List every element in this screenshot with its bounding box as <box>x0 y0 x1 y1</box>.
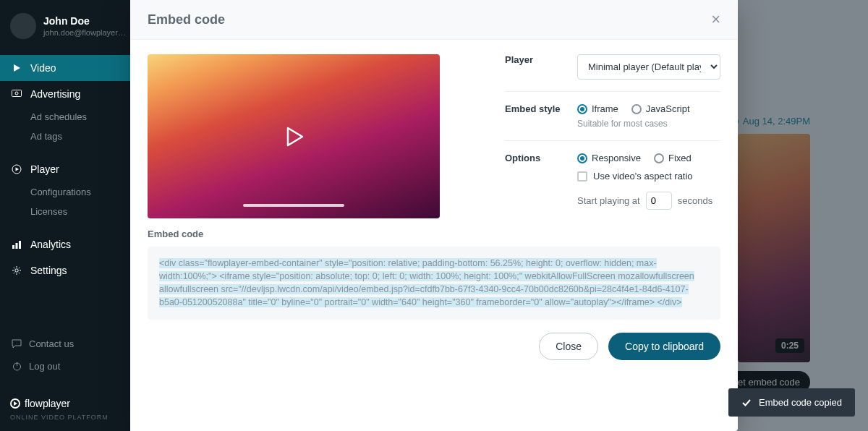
embed-style-hint: Suitable for most cases <box>577 119 720 129</box>
sidebar-item-configurations[interactable]: Configurations <box>0 182 130 202</box>
start-playing-pre-label: Start playing at <box>577 195 640 206</box>
embed-code-text: <div class="flowplayer-embed-container" … <box>159 258 694 307</box>
check-icon <box>741 398 752 407</box>
sidebar-item-ad-tags[interactable]: Ad tags <box>0 127 130 146</box>
svg-rect-5 <box>19 241 21 249</box>
sidebar-item-contact[interactable]: Contact us <box>10 333 120 355</box>
close-icon[interactable]: × <box>711 12 720 27</box>
option-responsive-radio[interactable]: Responsive <box>577 153 641 163</box>
video-preview[interactable] <box>148 54 440 218</box>
embed-code-modal: Embed code × Player Minimal player (Defa… <box>130 0 738 431</box>
brand-logo: flowplayer <box>10 398 120 409</box>
player-label: Player <box>505 54 577 80</box>
sidebar-item-label: Analytics <box>30 239 71 250</box>
svg-rect-3 <box>12 245 14 249</box>
option-fixed-radio[interactable]: Fixed <box>654 153 692 163</box>
toast-notification: Embed code copied <box>728 388 855 417</box>
sidebar-item-settings[interactable]: Settings <box>0 257 130 283</box>
embed-code-textarea[interactable]: <div class="flowplayer-embed-container" … <box>148 247 720 320</box>
svg-point-1 <box>15 92 18 95</box>
sidebar-item-ad-schedules[interactable]: Ad schedules <box>0 107 130 127</box>
analytics-icon <box>10 240 23 249</box>
sidebar-item-logout[interactable]: Log out <box>10 355 120 377</box>
radio-label: Iframe <box>592 103 618 114</box>
sidebar-item-analytics[interactable]: Analytics <box>0 231 130 257</box>
avatar <box>10 13 36 39</box>
sidebar-item-label: Advertising <box>30 88 80 100</box>
sidebar-item-label: Settings <box>30 265 67 276</box>
player-select[interactable]: Minimal player (Default player) <box>577 54 720 80</box>
radio-label: JavaScript <box>646 103 690 114</box>
start-playing-post-label: seconds <box>678 195 712 206</box>
svg-rect-4 <box>16 243 18 249</box>
sidebar-item-player[interactable]: Player <box>0 156 130 182</box>
embed-code-label: Embed code <box>148 229 720 239</box>
sidebar-item-video[interactable]: Video <box>0 55 130 81</box>
embed-style-label: Embed style <box>505 103 577 129</box>
sidebar-item-label: Video <box>30 62 56 74</box>
modal-title: Embed code <box>148 12 225 27</box>
sidebar-item-advertising[interactable]: Advertising <box>0 81 130 107</box>
svg-rect-0 <box>12 90 22 97</box>
money-icon <box>10 90 23 98</box>
close-button[interactable]: Close <box>539 333 598 360</box>
play-overlay-icon[interactable] <box>276 119 311 154</box>
sidebar-item-licenses[interactable]: Licenses <box>0 202 130 221</box>
brand-play-icon <box>10 398 20 409</box>
svg-point-6 <box>15 269 18 272</box>
chat-icon <box>10 339 23 349</box>
toast-text: Embed code copied <box>759 397 842 408</box>
embed-style-javascript-radio[interactable]: JavaScript <box>631 103 690 114</box>
checkbox-icon <box>577 171 587 182</box>
option-aspect-ratio-checkbox[interactable]: Use video's aspect ratio <box>577 171 720 182</box>
gear-icon <box>10 265 23 276</box>
sidebar-item-label: Player <box>30 163 59 175</box>
sidebar-item-label: Log out <box>29 361 60 372</box>
radio-label: Responsive <box>592 153 641 163</box>
sidebar-item-label: Contact us <box>29 338 74 349</box>
start-playing-seconds-input[interactable] <box>646 192 672 210</box>
copy-to-clipboard-button[interactable]: Copy to clipboard <box>608 333 720 360</box>
radio-icon <box>631 104 642 114</box>
radio-icon <box>577 153 587 163</box>
profile-email: john.doe@flowplayer… <box>43 28 126 37</box>
play-icon <box>10 63 23 73</box>
power-icon <box>10 362 23 371</box>
profile-name: John Doe <box>43 15 126 27</box>
sidebar: John Doe john.doe@flowplayer… Video Adve… <box>0 0 130 431</box>
radio-label: Fixed <box>668 153 692 163</box>
brand-tagline: ONLINE VIDEO PLATFORM <box>10 414 120 421</box>
radio-icon <box>654 153 664 163</box>
brand-name: flowplayer <box>25 398 70 409</box>
radio-icon <box>577 104 587 114</box>
options-label: Options <box>505 153 577 210</box>
checkbox-label: Use video's aspect ratio <box>593 171 693 182</box>
profile-block[interactable]: John Doe john.doe@flowplayer… <box>0 0 130 55</box>
progress-bar[interactable] <box>243 204 344 207</box>
embed-style-iframe-radio[interactable]: Iframe <box>577 103 618 114</box>
player-icon <box>10 164 23 174</box>
